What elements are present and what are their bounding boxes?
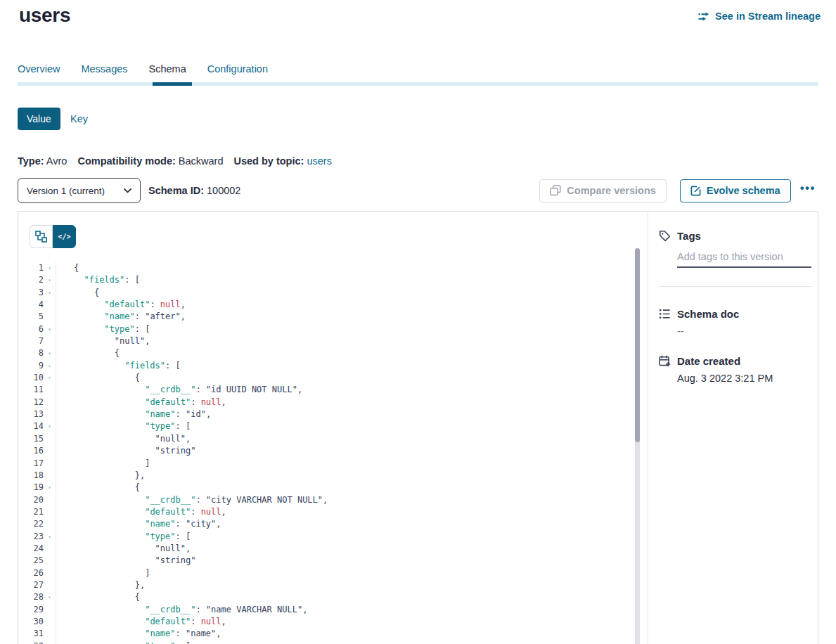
schema-doc-section: Schema doc -- (659, 308, 812, 337)
line-number: 16 (18, 445, 44, 457)
fold-toggle-icon[interactable]: ▾ (44, 372, 56, 384)
stream-lineage-link[interactable]: See in Stream lineage (698, 11, 821, 22)
fold-spacer (44, 433, 56, 445)
fold-toggle-icon[interactable]: ▾ (44, 287, 56, 299)
code-line-text: "type": [ (56, 323, 628, 335)
code-line-text: "fields": [ (56, 360, 628, 372)
page-title: users (19, 4, 70, 27)
code-line: 5 "name": "after", (18, 311, 628, 323)
fold-spacer (44, 408, 56, 420)
code-line-text: "type": [ (56, 640, 628, 644)
version-select-value: Version 1 (current) (27, 186, 105, 196)
fold-spacer (44, 506, 56, 518)
fold-toggle-icon[interactable]: ▾ (44, 420, 56, 432)
code-line-text: "type": [ (56, 531, 628, 543)
code-line-text: "null", (56, 543, 628, 555)
more-options-button[interactable]: ••• (800, 181, 816, 200)
tree-view-button[interactable] (30, 225, 53, 248)
edit-icon (690, 186, 701, 196)
code-line-text: "name": "after", (56, 311, 628, 323)
key-toggle-button[interactable]: Key (70, 108, 88, 130)
code-line-text: "name": "city", (56, 518, 628, 530)
fold-spacer (44, 299, 56, 311)
tab-schema[interactable]: Schema (149, 63, 186, 75)
topic-link[interactable]: users (307, 155, 331, 167)
fold-toggle-icon[interactable]: ▾ (44, 274, 56, 286)
line-number: 29 (18, 604, 44, 616)
line-number: 27 (18, 579, 44, 591)
fold-spacer (44, 311, 56, 323)
line-number: 31 (18, 628, 44, 640)
code-line: 1▾{ (18, 262, 628, 274)
code-line-text: { (56, 591, 628, 603)
line-number: 22 (18, 518, 44, 530)
line-number: 8 (18, 347, 44, 359)
code-line: 6▾ "type": [ (18, 323, 628, 335)
date-created-title: Date created (677, 355, 740, 367)
line-number: 32 (18, 640, 44, 644)
value-toggle-button[interactable]: Value (18, 108, 60, 130)
tab-configuration[interactable]: Configuration (207, 63, 268, 75)
code-line-text: { (56, 482, 628, 494)
code-line-text: { (56, 347, 628, 359)
fold-toggle-icon[interactable]: ▾ (44, 262, 56, 274)
fold-spacer (44, 579, 56, 591)
fold-toggle-icon[interactable]: ▾ (44, 640, 56, 644)
code-line-text: "__crdb__": "id UUID NOT NULL", (56, 384, 628, 396)
fold-spacer (44, 445, 56, 457)
line-number: 5 (18, 311, 44, 323)
line-number: 7 (18, 335, 44, 347)
code-line: 12 "default": null, (18, 397, 628, 408)
fold-spacer (44, 616, 56, 628)
fold-spacer (44, 518, 56, 530)
date-created-section: Date created Aug. 3 2022 3:21 PM (659, 355, 812, 384)
fold-spacer (44, 604, 56, 616)
code-line: 18 }, (18, 470, 628, 482)
line-number: 11 (18, 384, 44, 396)
schema-id-value: 100002 (207, 185, 240, 196)
code-line-text: ] (56, 567, 628, 579)
schema-doc-header: Schema doc (659, 308, 812, 320)
fold-toggle-icon[interactable]: ▾ (44, 360, 56, 372)
schema-code-editor: </> 1▾{2▾ "fields": [3▾ {4 "default": nu… (18, 212, 648, 644)
code-line-text: "default": null, (56, 397, 628, 408)
fold-spacer (44, 397, 56, 408)
code-line-text: "name": "id", (56, 408, 628, 420)
fold-toggle-icon[interactable]: ▾ (44, 531, 56, 543)
code-line: 13 "name": "id", (18, 408, 628, 420)
tab-overview[interactable]: Overview (18, 63, 60, 75)
line-number: 23 (18, 531, 44, 543)
schema-doc-value: -- (677, 326, 812, 337)
compare-versions-button[interactable]: Compare versions (539, 179, 667, 202)
line-number: 3 (18, 287, 44, 299)
schema-detail-panel: </> 1▾{2▾ "fields": [3▾ {4 "default": nu… (18, 211, 818, 644)
code-line-text: "default": null, (56, 506, 628, 518)
fold-spacer (44, 335, 56, 347)
tab-messages[interactable]: Messages (81, 63, 127, 75)
code-line-text: "fields": [ (56, 274, 628, 286)
fold-toggle-icon[interactable]: ▾ (44, 347, 56, 359)
code-line-text: }, (56, 470, 628, 482)
fold-toggle-icon[interactable]: ▾ (44, 591, 56, 603)
code-line: 29 "__crdb__": "name VARCHAR NULL", (18, 604, 628, 616)
code-line: 20 "__crdb__": "city VARCHAR NOT NULL", (18, 494, 628, 506)
fold-toggle-icon[interactable]: ▾ (44, 323, 56, 335)
tab-bar: Overview Messages Schema Configuration (18, 63, 268, 75)
fold-spacer (44, 628, 56, 640)
editor-scrollbar-thumb[interactable] (635, 248, 640, 442)
add-tags-input[interactable] (677, 251, 811, 268)
evolve-schema-button[interactable]: Evolve schema (680, 179, 791, 202)
schema-meta-row: Type: Avro Compatibility mode: Backward … (18, 155, 332, 167)
line-number: 21 (18, 506, 44, 518)
line-number: 19 (18, 482, 44, 494)
code-line: 28▾ { (18, 591, 628, 603)
tags-title: Tags (677, 230, 701, 242)
version-toolbar: Version 1 (current) Schema ID: 100002 Co… (18, 178, 818, 203)
fold-toggle-icon[interactable]: ▾ (44, 482, 56, 494)
code-view-button[interactable]: </> (53, 225, 76, 248)
fold-spacer (44, 543, 56, 555)
line-number: 1 (18, 262, 44, 274)
line-number: 28 (18, 591, 44, 603)
code-line: 22 "name": "city", (18, 518, 628, 530)
version-select[interactable]: Version 1 (current) (18, 178, 141, 203)
